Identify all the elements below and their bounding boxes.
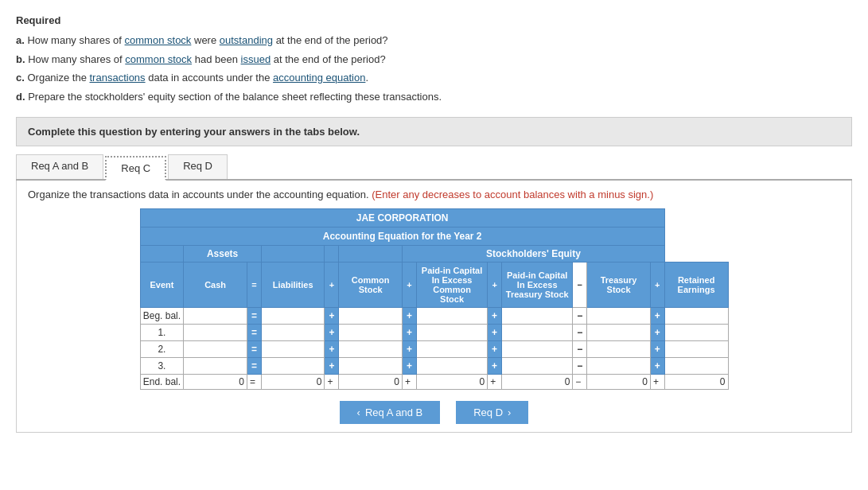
tabs-row: Req A and B Req C Req D	[16, 154, 852, 181]
tab-req-a-b[interactable]: Req A and B	[16, 154, 103, 179]
liab-input-3[interactable]	[264, 360, 322, 372]
prev-button[interactable]: ‹ Req A and B	[340, 401, 441, 424]
eq-op-1: =	[247, 325, 261, 341]
complete-box: Complete this question by entering your …	[16, 117, 852, 146]
event-cell-1: 1.	[140, 325, 184, 341]
req-b-label: b.	[16, 53, 25, 65]
plus-op-end-2: +	[403, 375, 417, 390]
plus-op-4-3: +	[650, 358, 664, 375]
paid-excess-end-bal: 0	[416, 375, 487, 390]
treasury-stock-cell-1[interactable]	[587, 325, 651, 341]
common-stock-input-1[interactable]	[341, 326, 399, 339]
instruction-line: Organize the transactions data in accoun…	[28, 189, 840, 200]
cash-cell-2[interactable]	[184, 341, 247, 358]
retained-earnings-col-header: Retained Earnings	[664, 262, 728, 308]
treasury-stock-input-beg[interactable]	[590, 309, 648, 322]
paid-excess-input-1[interactable]	[419, 326, 485, 339]
eq-op-3: =	[247, 358, 261, 375]
plus-sign-4: +	[650, 262, 664, 308]
table-title: JAE CORPORATION	[140, 209, 664, 228]
paid-excess-input-2[interactable]	[419, 343, 485, 356]
cash-input-1[interactable]	[186, 326, 244, 339]
next-arrow-icon: ›	[508, 406, 511, 418]
retained-cell-2[interactable]	[664, 341, 728, 358]
paid-excess-cell-beg[interactable]	[416, 308, 487, 325]
common-stock-cell-3[interactable]	[339, 358, 403, 375]
paid-treasury-input-3[interactable]	[504, 360, 570, 372]
common-stock-cell-2[interactable]	[339, 341, 403, 358]
common-stock-input-beg[interactable]	[341, 309, 399, 322]
assets-header: Assets	[184, 246, 262, 262]
plus-op-end-4: +	[650, 375, 664, 390]
treasury-stock-cell-beg[interactable]	[587, 308, 651, 325]
plus-op-1-3: +	[325, 358, 339, 375]
cash-end-bal: 0	[184, 375, 247, 390]
req-c-label: c.	[16, 72, 25, 84]
instruction-note: (Enter any decreases to account balances…	[372, 189, 653, 200]
plus-spacer	[339, 246, 403, 262]
liab-input-beg[interactable]	[264, 309, 322, 322]
cash-cell-1[interactable]	[184, 325, 247, 341]
paid-treasury-input-1[interactable]	[504, 326, 570, 339]
paid-excess-input-beg[interactable]	[419, 309, 485, 322]
tab-req-c[interactable]: Req C	[105, 156, 166, 181]
treasury-stock-end-bal: 0	[587, 375, 651, 390]
paid-treasury-cell-2[interactable]	[502, 341, 573, 358]
next-button[interactable]: Req D ›	[456, 401, 528, 424]
plus-sign-3: +	[488, 262, 502, 308]
retained-input-2[interactable]	[668, 343, 726, 356]
cash-cell-beg[interactable]	[184, 308, 247, 325]
plus-op-end-3: +	[488, 375, 502, 390]
paid-excess-cell-3[interactable]	[416, 358, 487, 375]
cash-cell-3[interactable]	[184, 358, 247, 375]
table-row: 2. = + + + − +	[140, 341, 728, 358]
treasury-stock-cell-2[interactable]	[587, 341, 651, 358]
liab-cell-2[interactable]	[261, 341, 325, 358]
treasury-stock-input-3[interactable]	[590, 360, 648, 372]
retained-cell-beg[interactable]	[664, 308, 728, 325]
treasury-stock-cell-3[interactable]	[587, 358, 651, 375]
retained-input-1[interactable]	[668, 326, 726, 339]
retained-input-beg[interactable]	[668, 309, 726, 322]
liab-cell-beg[interactable]	[261, 308, 325, 325]
end-bal-row: End. bal. 0 = 0 + 0 + 0 + 0 − 0 + 0	[140, 375, 728, 390]
col-header-row: Event Cash = Liabilities + CommonStock +…	[140, 262, 728, 308]
liab-cell-1[interactable]	[261, 325, 325, 341]
plus-op-3-3: +	[488, 358, 502, 375]
paid-treasury-cell-beg[interactable]	[502, 308, 573, 325]
paid-excess-cell-1[interactable]	[416, 325, 487, 341]
treasury-stock-input-1[interactable]	[590, 326, 648, 339]
tab-req-d[interactable]: Req D	[168, 154, 228, 179]
plus-op-1-1: +	[325, 325, 339, 341]
common-stock-col-header: CommonStock	[339, 262, 403, 308]
paid-treasury-input-2[interactable]	[504, 343, 570, 356]
plus-op-2-1: +	[403, 325, 417, 341]
treasury-stock-input-2[interactable]	[590, 343, 648, 356]
common-stock-cell-1[interactable]	[339, 325, 403, 341]
common-stock-input-3[interactable]	[341, 360, 399, 372]
paid-treasury-col-header: Paid-in CapitalIn ExcessTreasury Stock	[502, 262, 573, 308]
cash-input-3[interactable]	[186, 360, 244, 372]
liab-cell-3[interactable]	[261, 358, 325, 375]
table-row: 3. = + + + − +	[140, 358, 728, 375]
retained-cell-1[interactable]	[664, 325, 728, 341]
paid-excess-input-3[interactable]	[419, 360, 485, 372]
liab-input-1[interactable]	[264, 326, 322, 339]
table-subtitle-row: Accounting Equation for the Year 2	[140, 228, 728, 246]
cash-input-2[interactable]	[186, 343, 244, 356]
common-stock-input-2[interactable]	[341, 343, 399, 356]
paid-excess-col-header: Paid-in CapitalIn ExcessCommon Stock	[416, 262, 487, 308]
common-stock-end-bal: 0	[339, 375, 403, 390]
liab-input-2[interactable]	[264, 343, 322, 356]
paid-excess-cell-2[interactable]	[416, 341, 487, 358]
prev-button-label: Req A and B	[365, 406, 422, 418]
section-header-row: Assets Stockholders' Equity	[140, 246, 728, 262]
retained-cell-3[interactable]	[664, 358, 728, 375]
paid-treasury-cell-1[interactable]	[502, 325, 573, 341]
retained-input-3[interactable]	[668, 360, 726, 372]
paid-treasury-cell-3[interactable]	[502, 358, 573, 375]
common-stock-cell-beg[interactable]	[339, 308, 403, 325]
paid-treasury-input-beg[interactable]	[504, 309, 570, 322]
cash-input-beg[interactable]	[186, 309, 244, 322]
eq-op-2: =	[247, 341, 261, 358]
